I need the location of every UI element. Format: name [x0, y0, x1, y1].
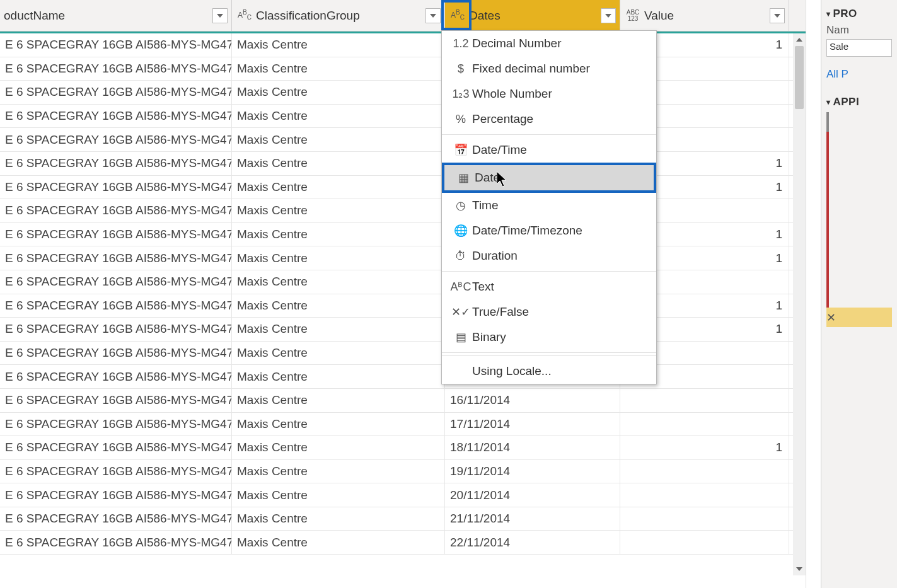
- table-row[interactable]: E 6 SPACEGRAY 16GB AI586-MYS-MG472...Max…: [0, 318, 806, 342]
- applied-step[interactable]: [826, 151, 892, 171]
- table-row[interactable]: E 6 SPACEGRAY 16GB AI586-MYS-MG472...Max…: [0, 294, 806, 318]
- cell-product[interactable]: E 6 SPACEGRAY 16GB AI586-MYS-MG472...: [0, 152, 232, 175]
- applied-step[interactable]: [826, 268, 892, 288]
- cell-classif[interactable]: Maxis Centre: [232, 105, 445, 128]
- applied-step[interactable]: [826, 210, 892, 229]
- cell-classif[interactable]: Maxis Centre: [232, 81, 445, 104]
- type-option-date[interactable]: ▦Date: [442, 163, 656, 193]
- table-row[interactable]: E 6 SPACEGRAY 16GB AI586-MYS-MG472...Max…: [0, 483, 806, 507]
- cell-classif[interactable]: Maxis Centre: [232, 507, 445, 531]
- scroll-down-button[interactable]: [793, 563, 806, 575]
- cell-product[interactable]: E 6 SPACEGRAY 16GB AI586-MYS-MG472...: [0, 81, 232, 104]
- cell-classif[interactable]: Maxis Centre: [232, 199, 445, 222]
- cell-classif[interactable]: Maxis Centre: [232, 365, 445, 388]
- cell-product[interactable]: E 6 SPACEGRAY 16GB AI586-MYS-MG472...: [0, 128, 232, 151]
- cell-product[interactable]: E 6 SPACEGRAY 16GB AI586-MYS-MG472...: [0, 294, 232, 318]
- table-row[interactable]: E 6 SPACEGRAY 16GB AI586-MYS-MG472...Max…: [0, 413, 806, 437]
- cell-dates[interactable]: 16/11/2014: [445, 389, 620, 412]
- cell-product[interactable]: E 6 SPACEGRAY 16GB AI586-MYS-MG472...: [0, 413, 232, 436]
- panel-splitter[interactable]: [806, 0, 821, 588]
- type-option-percentage[interactable]: %Percentage: [442, 107, 656, 132]
- applied-step[interactable]: [826, 190, 892, 210]
- cell-classif[interactable]: Maxis Centre: [232, 460, 445, 483]
- table-row[interactable]: E 6 SPACEGRAY 16GB AI586-MYS-MG472...Max…: [0, 270, 806, 294]
- table-row[interactable]: E 6 SPACEGRAY 16GB AI586-MYS-MG472...Max…: [0, 365, 806, 389]
- cell-value[interactable]: [620, 389, 789, 412]
- cell-classif[interactable]: Maxis Centre: [232, 152, 445, 175]
- table-row[interactable]: E 6 SPACEGRAY 16GB AI586-MYS-MG472...Max…: [0, 57, 806, 81]
- type-option-fixed-decimal-number[interactable]: $Fixed decimal number: [442, 56, 656, 81]
- cell-classif[interactable]: Maxis Centre: [232, 223, 445, 246]
- cell-value[interactable]: [620, 507, 789, 531]
- all-properties-link[interactable]: All P: [826, 68, 892, 81]
- table-row[interactable]: E 6 SPACEGRAY 16GB AI586-MYS-MG472...Max…: [0, 531, 806, 555]
- cell-dates[interactable]: 17/11/2014: [445, 413, 620, 436]
- cell-product[interactable]: E 6 SPACEGRAY 16GB AI586-MYS-MG472...: [0, 223, 232, 246]
- vertical-scrollbar[interactable]: [793, 33, 806, 575]
- cell-classif[interactable]: Maxis Centre: [232, 33, 445, 57]
- type-option-date-time[interactable]: 📅Date/Time: [442, 137, 656, 163]
- table-row[interactable]: E 6 SPACEGRAY 16GB AI586-MYS-MG472...Max…: [0, 389, 806, 413]
- cell-value[interactable]: [620, 413, 789, 436]
- cell-product[interactable]: E 6 SPACEGRAY 16GB AI586-MYS-MG472...: [0, 507, 232, 531]
- table-row[interactable]: E 6 SPACEGRAY 16GB AI586-MYS-MG472...Max…: [0, 460, 806, 484]
- cell-classif[interactable]: Maxis Centre: [232, 342, 445, 365]
- scroll-up-button[interactable]: [793, 33, 806, 46]
- column-header-value[interactable]: ABC123 Value: [620, 0, 789, 31]
- column-filter-button[interactable]: [770, 8, 785, 23]
- cell-classif[interactable]: Maxis Centre: [232, 57, 445, 81]
- type-option-date-time-timezone[interactable]: 🌐Date/Time/Timezone: [442, 218, 656, 243]
- cell-classif[interactable]: Maxis Centre: [232, 436, 445, 459]
- cell-value[interactable]: 1: [620, 436, 789, 459]
- cell-product[interactable]: E 6 SPACEGRAY 16GB AI586-MYS-MG472...: [0, 365, 232, 388]
- table-row[interactable]: E 6 SPACEGRAY 16GB AI586-MYS-MG472...Max…: [0, 33, 806, 57]
- applied-steps-section-header[interactable]: ▾ APPI: [826, 96, 892, 108]
- table-row[interactable]: E 6 SPACEGRAY 16GB AI586-MYS-MG472...Max…: [0, 199, 806, 223]
- type-option-decimal-number[interactable]: 1.2Decimal Number: [442, 31, 656, 56]
- table-row[interactable]: E 6 SPACEGRAY 16GB AI586-MYS-MG472...Max…: [0, 436, 806, 460]
- table-row[interactable]: E 6 SPACEGRAY 16GB AI586-MYS-MG472...Max…: [0, 507, 806, 531]
- cell-classif[interactable]: Maxis Centre: [232, 246, 445, 270]
- properties-section-header[interactable]: ▾ PRO: [826, 8, 892, 20]
- table-row[interactable]: E 6 SPACEGRAY 16GB AI586-MYS-MG472...Max…: [0, 152, 806, 176]
- scroll-thumb[interactable]: [795, 46, 804, 109]
- cell-product[interactable]: E 6 SPACEGRAY 16GB AI586-MYS-MG472...: [0, 105, 232, 128]
- name-input[interactable]: Sale: [826, 39, 892, 57]
- cell-product[interactable]: E 6 SPACEGRAY 16GB AI586-MYS-MG472...: [0, 318, 232, 341]
- cell-product[interactable]: E 6 SPACEGRAY 16GB AI586-MYS-MG472...: [0, 270, 232, 294]
- cell-classif[interactable]: Maxis Centre: [232, 531, 445, 554]
- table-row[interactable]: E 6 SPACEGRAY 16GB AI586-MYS-MG472...Max…: [0, 342, 806, 366]
- cell-classif[interactable]: Maxis Centre: [232, 128, 445, 151]
- cell-product[interactable]: E 6 SPACEGRAY 16GB AI586-MYS-MG472...: [0, 57, 232, 81]
- applied-step[interactable]: [826, 288, 892, 308]
- type-option-time[interactable]: ◷Time: [442, 193, 656, 218]
- cell-product[interactable]: E 6 SPACEGRAY 16GB AI586-MYS-MG472...: [0, 531, 232, 554]
- type-option-binary[interactable]: ▤Binary: [442, 325, 656, 350]
- cell-dates[interactable]: 19/11/2014: [445, 460, 620, 483]
- column-filter-button[interactable]: [212, 8, 228, 23]
- table-row[interactable]: E 6 SPACEGRAY 16GB AI586-MYS-MG472...Max…: [0, 246, 806, 270]
- cell-classif[interactable]: Maxis Centre: [232, 176, 445, 199]
- cell-classif[interactable]: Maxis Centre: [232, 318, 445, 341]
- column-header-productname[interactable]: oductName: [0, 0, 232, 31]
- cell-dates[interactable]: 18/11/2014: [445, 436, 620, 459]
- table-row[interactable]: E 6 SPACEGRAY 16GB AI586-MYS-MG472...Max…: [0, 81, 806, 105]
- cell-classif[interactable]: Maxis Centre: [232, 389, 445, 412]
- cell-value[interactable]: [620, 460, 789, 483]
- type-option-text[interactable]: AᴮCText: [442, 274, 656, 299]
- table-row[interactable]: E 6 SPACEGRAY 16GB AI586-MYS-MG472...Max…: [0, 223, 806, 247]
- column-filter-button[interactable]: [601, 8, 616, 23]
- cell-product[interactable]: E 6 SPACEGRAY 16GB AI586-MYS-MG472...: [0, 33, 232, 57]
- applied-step-active[interactable]: ✕: [826, 308, 892, 327]
- cell-product[interactable]: E 6 SPACEGRAY 16GB AI586-MYS-MG472...: [0, 246, 232, 270]
- table-row[interactable]: E 6 SPACEGRAY 16GB AI586-MYS-MG472...Max…: [0, 128, 806, 152]
- applied-step[interactable]: [826, 249, 892, 268]
- cell-product[interactable]: E 6 SPACEGRAY 16GB AI586-MYS-MG472...: [0, 436, 232, 459]
- column-header-classificationgroup[interactable]: ABC ClassificationGroup: [232, 0, 445, 31]
- cell-product[interactable]: E 6 SPACEGRAY 16GB AI586-MYS-MG472...: [0, 460, 232, 483]
- cell-value[interactable]: [620, 483, 789, 507]
- cell-product[interactable]: E 6 SPACEGRAY 16GB AI586-MYS-MG472...: [0, 176, 232, 199]
- type-option-whole-number[interactable]: 1₂3Whole Number: [442, 81, 656, 107]
- cell-dates[interactable]: 20/11/2014: [445, 483, 620, 507]
- type-option-true-false[interactable]: ✕✓True/False: [442, 299, 656, 325]
